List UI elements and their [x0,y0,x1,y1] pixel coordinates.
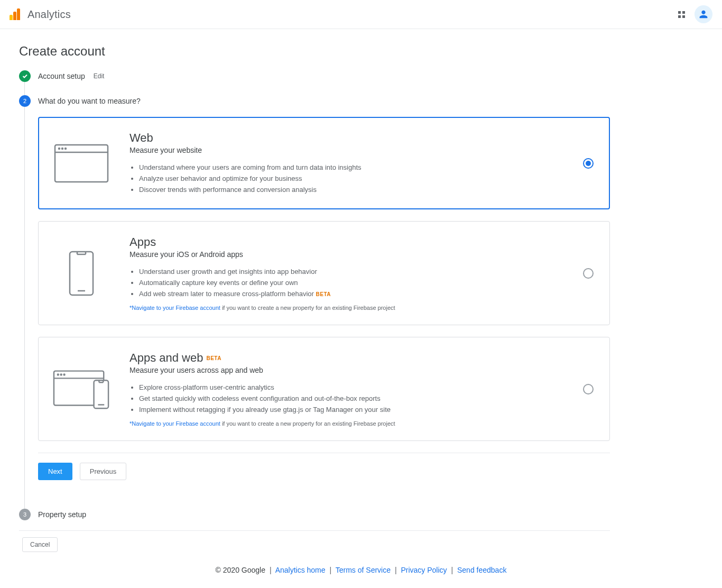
option-appsweb-title: Apps and webBETA [129,351,564,365]
option-web-title: Web [129,131,564,145]
svg-point-3 [62,148,63,149]
previous-button[interactable]: Previous [80,463,127,480]
option-web[interactable]: Web Measure your website Understand wher… [38,117,610,209]
option-apps-and-web[interactable]: Apps and webBETA Measure your users acro… [38,337,610,441]
list-item: Automatically capture key events or defi… [139,277,564,288]
option-apps-subtitle: Measure your iOS or Android apps [129,250,564,259]
app-header: Analytics [0,0,722,29]
account-avatar[interactable] [695,5,712,23]
step-account-setup: Account setup Edit [19,70,610,95]
option-appsweb-note: *Navigate to your Firebase account if yo… [129,420,564,427]
svg-point-14 [64,374,65,375]
button-row: Next Previous [38,463,610,480]
svg-point-13 [61,374,62,375]
apps-and-web-icon [52,368,110,411]
footer-link-privacy[interactable]: Privacy Policy [401,566,447,574]
firebase-link[interactable]: *Navigate to your Firebase account [129,305,220,311]
list-item: Get started quickly with codeless event … [139,393,564,404]
edit-link[interactable]: Edit [94,72,105,80]
svg-rect-0 [55,145,108,182]
option-appsweb-subtitle: Measure your users across app and web [129,366,564,374]
stepper: Account setup Edit 2 What do you want to… [19,70,610,530]
option-appsweb-bullets: Explore cross-platform user-centric anal… [129,382,564,415]
svg-point-4 [65,148,66,149]
step1-title: Account setup [38,72,85,80]
footer-link-tos[interactable]: Terms of Service [336,566,391,574]
radio-web[interactable] [583,158,594,169]
option-apps-title: Apps [129,235,564,249]
list-item: Analyze user behavior and optimize for y… [139,173,564,184]
option-apps-note: *Navigate to your Firebase account if yo… [129,305,564,311]
header-right [678,5,712,23]
svg-point-2 [59,148,60,149]
footer: © 2020 Google | Analytics home | Terms o… [0,562,722,583]
step-measure: 2 What do you want to measure? Web Measu… [19,95,610,509]
cancel-button[interactable]: Cancel [22,537,58,552]
list-item: Understand where your users are coming f… [139,162,564,173]
footer-link-home[interactable]: Analytics home [275,566,326,574]
list-item: Discover trends with performance and con… [139,184,564,195]
svg-point-12 [58,374,59,375]
phone-icon [52,250,110,297]
analytics-logo-icon [10,8,20,20]
step-property-setup: 3 Property setup [19,509,610,530]
firebase-link[interactable]: *Navigate to your Firebase account [129,420,220,427]
app-name: Analytics [27,8,71,21]
step3-title: Property setup [38,510,86,519]
step2-body: Web Measure your website Understand wher… [38,111,610,509]
beta-badge: BETA [316,291,331,297]
main-content: Create account Account setup Edit 2 What… [0,29,629,562]
copyright: © 2020 Google [216,566,265,574]
divider [38,453,610,453]
step3-number-icon: 3 [19,509,31,520]
person-icon [698,8,709,20]
step2-title: What do you want to measure? [38,97,141,105]
list-item: Implement without retagging if you alrea… [139,404,564,415]
option-web-bullets: Understand where your users are coming f… [129,162,564,195]
header-left: Analytics [10,8,71,21]
beta-badge: BETA [206,355,221,361]
option-web-subtitle: Measure your website [129,146,564,154]
option-apps[interactable]: Apps Measure your iOS or Android apps Un… [38,221,610,325]
radio-apps[interactable] [583,268,594,279]
next-button[interactable]: Next [38,463,72,480]
step2-number-icon: 2 [19,95,31,107]
apps-grid-icon[interactable] [678,11,685,18]
svg-rect-5 [70,252,93,295]
radio-appsweb[interactable] [583,384,594,394]
checkmark-icon [19,70,31,82]
list-item: Add web stream later to measure cross-pl… [139,288,564,299]
option-apps-bullets: Understand user growth and get insights … [129,266,564,299]
page-title: Create account [19,44,610,59]
footer-link-feedback[interactable]: Send feedback [457,566,506,574]
list-item: Understand user growth and get insights … [139,266,564,277]
list-item: Explore cross-platform user-centric anal… [139,382,564,393]
web-icon [52,143,110,183]
